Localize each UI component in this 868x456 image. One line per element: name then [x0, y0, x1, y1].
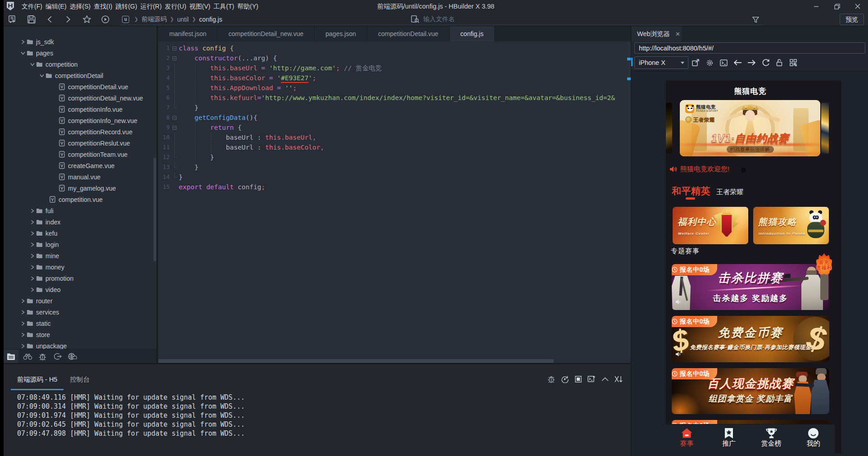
console-tab-控制台[interactable]: 控制台: [63, 370, 96, 390]
breadcrumb-project[interactable]: 前端源码: [141, 15, 167, 23]
console-collapse-button[interactable]: [598, 374, 612, 384]
tree-item-login[interactable]: login: [4, 239, 156, 250]
forward-button[interactable]: [59, 13, 77, 26]
game-tab-peace-elite[interactable]: 和平精英: [672, 185, 710, 197]
tree-item-kefu[interactable]: kefu: [4, 228, 156, 239]
menu-查找[interactable]: 查找(I): [93, 0, 113, 13]
menu-帮助[interactable]: 帮助(Y): [236, 0, 259, 13]
tree-item-competitionDetail.vue[interactable]: competitionDetail.vue: [4, 81, 156, 92]
maximize-button[interactable]: [827, 0, 847, 13]
main-banner[interactable]: 熊猫电竞 PANDA ESPORT 王者荣耀 1V1·自由约战赛 约战赛事玩法详…: [680, 100, 820, 156]
tree-item-fuli[interactable]: fuli: [4, 205, 156, 216]
browser-lock-button[interactable]: [773, 57, 786, 68]
console-tab-前端源码 - H5[interactable]: 前端源码 - H5: [11, 370, 63, 390]
tree-item-competitionInfo_new.vue[interactable]: competitionInfo_new.vue: [4, 115, 156, 126]
tree-item-router[interactable]: router: [4, 295, 156, 306]
run-button[interactable]: [96, 13, 114, 26]
tree-item-competition.vue[interactable]: competition.vue: [4, 194, 156, 205]
tree-item-competitionDetail[interactable]: competitionDetail: [4, 70, 156, 81]
editor-tab-config.js[interactable]: config.js: [450, 26, 495, 41]
menu-跳转[interactable]: 跳转(G): [114, 0, 138, 13]
console-clear-button[interactable]: [612, 374, 625, 384]
tree-item-competition[interactable]: competition: [4, 59, 156, 70]
editor-tab-competitionDetail_new.vue[interactable]: competitionDetail_new.vue: [217, 26, 315, 41]
minimize-button[interactable]: [806, 0, 827, 13]
tree-item-index[interactable]: index: [4, 216, 156, 228]
qrcode-button[interactable]: [787, 57, 800, 68]
back-button[interactable]: [41, 13, 59, 26]
event-card-免费金币赛[interactable]: $$报名中0场免费金币赛免费报名赛事·赚金币换门票·再参加比赛领现金: [672, 316, 829, 362]
tree-item-services[interactable]: services: [4, 306, 156, 318]
file-search-input[interactable]: 输入文件名: [407, 14, 763, 25]
code-area[interactable]: 1class config {2 constructor(...arg) {3 …: [158, 43, 631, 359]
menu-编辑[interactable]: 编辑(E): [45, 0, 68, 13]
tree-item-pages[interactable]: pages: [4, 47, 156, 59]
tree-item-competitionReslut.vue[interactable]: competitionReslut.vue: [4, 137, 156, 149]
tree-item-manual.vue[interactable]: manual.vue: [4, 171, 156, 182]
explorer-view-button[interactable]: [4, 350, 18, 364]
phone-tab-推广[interactable]: 推广: [708, 424, 750, 453]
device-select[interactable]: iPhone X: [634, 56, 688, 69]
browser-settings-button[interactable]: [703, 57, 716, 68]
phone-tab-我的[interactable]: 我的: [792, 424, 834, 453]
browser-refresh-button[interactable]: [759, 57, 772, 68]
editor-tab-manifest.json[interactable]: manifest.json: [158, 26, 217, 41]
console-stop-button[interactable]: [571, 374, 585, 384]
save-button[interactable]: [22, 13, 41, 26]
tree-item-promotion[interactable]: promotion: [4, 273, 156, 284]
browser-tab[interactable]: Web浏览器 ✕: [631, 26, 682, 41]
carousel-next-slide[interactable]: [821, 103, 829, 154]
fold-marker[interactable]: [172, 126, 176, 130]
event-card-击杀比拼赛[interactable]: 报名中0场击杀比拼赛击杀越多 奖励越多首充送福利: [672, 264, 829, 310]
browser-console-button[interactable]: [717, 57, 730, 68]
tree-item-my_gamelog.vue[interactable]: my_gamelog.vue: [4, 182, 156, 194]
tree-item-mine[interactable]: mine: [4, 250, 156, 261]
menu-文件[interactable]: 文件(F): [21, 0, 43, 13]
carousel-prev-slide[interactable]: [666, 103, 672, 154]
welfare-center-card[interactable]: 福利中心 Welfare Center: [673, 207, 748, 244]
browser-back-button[interactable]: [731, 57, 744, 68]
tree-item-competitionTeam.vue[interactable]: competitionTeam.vue: [4, 149, 156, 160]
filter-icon[interactable]: [750, 14, 761, 25]
phone-tab-赛事[interactable]: 赛事: [666, 424, 708, 453]
editor-scroll-strip[interactable]: [627, 41, 631, 359]
sidebar-scrollbar[interactable]: [154, 158, 156, 261]
close-button[interactable]: [847, 0, 868, 13]
open-external-button[interactable]: [689, 57, 702, 68]
menu-发行[interactable]: 发行(U): [164, 0, 187, 13]
fold-marker[interactable]: [172, 116, 176, 120]
preview-button[interactable]: 预览: [840, 14, 864, 25]
game-tab-king-glory[interactable]: 王者荣耀: [716, 188, 743, 196]
new-file-button[interactable]: [4, 13, 22, 26]
event-card-百人现金挑战赛[interactable]: 报名中0场百人现金挑战赛组团拿赏金 奖励丰富: [672, 368, 829, 414]
browser-forward-button[interactable]: [745, 57, 758, 68]
banner-carousel[interactable]: 熊猫电竞 PANDA ESPORT 王者荣耀 1V1·自由约战赛 约战赛事玩法详…: [666, 100, 835, 157]
bookmark-button[interactable]: [77, 13, 96, 26]
panda-guide-card[interactable]: 熊猫攻略 Introduction to Panda: [753, 207, 829, 244]
breadcrumb-folder[interactable]: until: [177, 16, 189, 23]
tree-item-money[interactable]: money: [4, 261, 156, 273]
tree-item-competitionDetail_new.vue[interactable]: competitionDetail_new.vue: [4, 92, 156, 104]
editor-tab-competitionDetail.vue[interactable]: competitionDetail.vue: [367, 26, 450, 41]
tree-item-createGame.vue[interactable]: createGame.vue: [4, 160, 156, 171]
phone-tab-赏金榜[interactable]: 赏金榜: [750, 424, 792, 453]
tree-item-video[interactable]: video: [4, 284, 156, 295]
tree-item-static[interactable]: static: [4, 318, 156, 329]
menu-视图[interactable]: 视图(V): [189, 0, 212, 13]
first-charge-flame-badge[interactable]: 首充送福利: [816, 253, 832, 275]
editor-horizontal-scrollbar[interactable]: [158, 359, 554, 363]
breadcrumb[interactable]: u ❯ 前端源码 ❯ until ❯ config.js: [119, 14, 407, 25]
menu-运行[interactable]: 运行(R): [140, 0, 163, 13]
console-restart-button[interactable]: [558, 374, 571, 384]
close-icon[interactable]: ✕: [675, 31, 680, 37]
web-view-button[interactable]: [65, 350, 80, 364]
tree-item-competitionRecord.vue[interactable]: competitionRecord.vue: [4, 126, 156, 137]
tree-item-store[interactable]: store: [4, 329, 156, 340]
editor-tab-pages.json[interactable]: pages.json: [315, 26, 367, 41]
console-debug-button[interactable]: [544, 374, 558, 384]
search-view-button[interactable]: [20, 350, 35, 364]
sync-view-button[interactable]: [50, 350, 65, 364]
fold-marker[interactable]: [172, 56, 176, 60]
fold-marker[interactable]: [172, 46, 176, 50]
breadcrumb-file[interactable]: config.js: [199, 16, 222, 23]
